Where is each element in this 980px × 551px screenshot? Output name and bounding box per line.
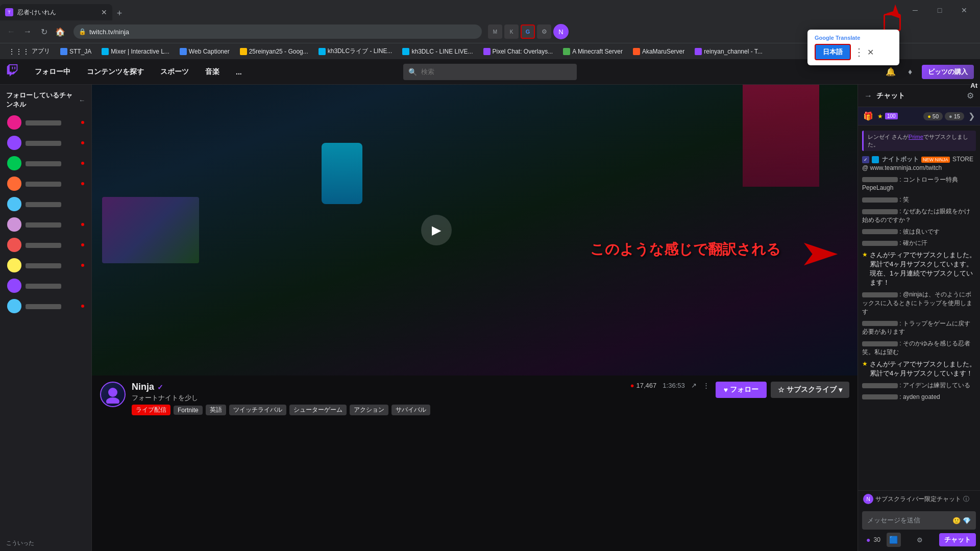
bookmark-kh3-2[interactable]: kh3DLC - LINE LIVE... <box>398 46 477 57</box>
sidebar-item-9[interactable] <box>2 276 89 295</box>
address-bar[interactable]: 🔒 twitch.tv/ninja <box>74 24 482 39</box>
back-button[interactable]: ← <box>4 24 18 39</box>
bookmark-pixel-icon <box>483 48 491 55</box>
chat-input-section: メッセージを送信 🙂 💎 ● 30 <box>858 507 980 551</box>
sidebar-collapse-button[interactable]: ← <box>79 96 85 104</box>
subscribe-button[interactable]: ☆ サブスクライブ ▾ <box>771 382 849 398</box>
bookmark-akamaru[interactable]: AkaMaruServer <box>629 46 689 57</box>
sidebar-item-6[interactable] <box>2 215 89 234</box>
maximize-button[interactable]: □ <box>928 2 951 18</box>
play-icon: ▶ <box>432 223 441 237</box>
ext-translate-icon[interactable]: G <box>521 24 535 39</box>
nav-item-sports[interactable]: スポーツ <box>156 65 193 79</box>
tab-close-button[interactable]: ✕ <box>101 8 107 16</box>
bookmark-stt[interactable]: STT_JA <box>56 46 95 57</box>
sidebar-item-4[interactable] <box>2 174 89 193</box>
chat-collapse-button[interactable]: → <box>864 91 872 101</box>
tag-lang[interactable]: 英語 <box>206 405 226 415</box>
username-9 <box>862 382 898 389</box>
bookmark-mixer-icon <box>102 48 109 55</box>
chat-header: → チャット ⚙ <box>858 85 980 107</box>
live-badge: ライブ配信 <box>132 405 170 415</box>
reload-button[interactable]: ↻ <box>37 24 51 39</box>
bookmark-google[interactable]: 25reinyan25 - Goog... <box>236 46 312 57</box>
home-button[interactable]: 🏠 <box>53 24 67 39</box>
sub-chat-info-icon[interactable]: ⓘ <box>963 495 969 504</box>
chat-msg-bot: ✓ ナイトボット NEW NINJA STORE @ www.teamninja… <box>862 155 976 172</box>
bookmark-apps[interactable]: ⋮⋮⋮ アプリ <box>4 45 54 57</box>
nav-item-music[interactable]: 音楽 <box>201 65 224 79</box>
tag-genre1[interactable]: シューターゲーム <box>289 405 347 415</box>
ext-icon-settings[interactable]: ⚙ <box>537 24 551 39</box>
tag-rivals[interactable]: ツイッチライバル <box>229 405 286 415</box>
bookmark-captioner[interactable]: Web Captioner <box>176 46 234 57</box>
ext-icon-2[interactable]: K <box>504 24 519 39</box>
bits-button[interactable]: ビッツの購入 <box>922 65 974 79</box>
tag-game[interactable]: Fortnite <box>174 406 203 415</box>
gift-point-2: ● 15 <box>945 112 964 120</box>
sidebar-item-2[interactable] <box>2 133 89 153</box>
sidebar-item-10[interactable] <box>2 296 89 316</box>
chat-messages: レンゼイ さんがPrimeでサブスクしました。 ✓ ナイトボット NEW NIN… <box>858 126 980 490</box>
bookmark-apps-label: アプリ <box>32 47 50 56</box>
translate-japanese-button[interactable]: 日本語 <box>815 44 851 60</box>
sidebar-item-8[interactable] <box>2 256 89 275</box>
bookmark-akamaru-label: AkaMaruServer <box>642 48 684 55</box>
channel-avatar-8 <box>7 258 21 272</box>
bookmark-kh3-2-label: kh3DLC - LINE LIVE... <box>411 48 473 55</box>
forward-button[interactable]: → <box>20 24 35 39</box>
emoji-icon[interactable]: 🙂 <box>952 517 961 524</box>
sub-msg-text-1: さんがティアでサブスクしました。累計で4ヶ月サブスクしています。現在、1ヶ月連続… <box>870 251 976 287</box>
close-button[interactable]: ✕ <box>952 2 976 18</box>
share-icon[interactable]: ↗ <box>691 382 697 389</box>
nav-item-following[interactable]: フォロー中 <box>31 65 75 79</box>
chat-settings-button[interactable]: ⚙ <box>967 91 974 101</box>
profile-avatar[interactable]: N <box>553 24 569 39</box>
msg-text-2: : 笑 <box>899 196 909 203</box>
search-input[interactable] <box>421 68 572 76</box>
nav-item-more[interactable]: ... <box>232 66 246 78</box>
chat-settings-icon[interactable]: ⚙ <box>917 536 923 544</box>
sub-chat-label-bar: N サブスクライバー限定チャット ⓘ <box>858 490 980 507</box>
bookmark-minecraft[interactable]: A Minecraft Server <box>559 46 627 57</box>
tag-genre2[interactable]: アクション <box>350 405 388 415</box>
translate-close-button[interactable]: ✕ <box>867 47 874 57</box>
gift-coin-icon-2: ● <box>949 113 952 119</box>
sidebar-item-1[interactable] <box>2 113 89 132</box>
tag-genre3[interactable]: サバイバル <box>391 405 430 415</box>
live-indicator-7 <box>81 243 84 246</box>
live-indicator-10 <box>81 305 84 308</box>
sidebar-item-5[interactable] <box>2 194 89 214</box>
sidebar-item-7[interactable] <box>2 235 89 255</box>
bookmark-reinyan[interactable]: reinyan_channel - T... <box>691 46 767 57</box>
bookmark-minecraft-label: A Minecraft Server <box>572 48 623 55</box>
follow-button[interactable]: ♥ フォロー <box>716 382 767 398</box>
translate-more-options[interactable]: ⋮ <box>854 47 864 57</box>
prime-icon[interactable]: ♦ <box>902 64 918 80</box>
twitch-logo[interactable] <box>6 64 18 80</box>
ext-icon-1[interactable]: M <box>488 24 502 39</box>
bookmark-mixer[interactable]: Mixer | Interactive L... <box>97 46 174 57</box>
bits-chat-icon[interactable]: 💎 <box>963 517 971 524</box>
new-tab-button[interactable]: + <box>112 6 127 20</box>
chat-input-field[interactable]: メッセージを送信 🙂 💎 <box>862 511 976 530</box>
chat-send-button[interactable]: チャット <box>939 533 976 546</box>
live-indicator-3 <box>81 162 84 165</box>
bookmark-pixel[interactable]: Pixel Chat: Overlays... <box>479 46 557 57</box>
chat-input-placeholder: メッセージを送信 <box>867 516 920 525</box>
search-bar[interactable]: 🔍 <box>403 64 577 80</box>
more-icon[interactable]: ⋮ <box>703 382 709 389</box>
badge-bot: ✓ <box>862 156 869 163</box>
play-button[interactable]: ▶ <box>421 215 452 245</box>
active-tab[interactable]: T 忍者-けいれん ✕ <box>0 4 112 20</box>
sidebar-item-3[interactable] <box>2 154 89 173</box>
gift-chevron-right[interactable]: ❯ <box>968 111 975 121</box>
channel-avatar-9 <box>7 279 21 293</box>
bookmark-kh3-1[interactable]: kh3DLCライブ - LINE... <box>314 45 397 57</box>
notifications-icon[interactable]: 🔔 <box>883 64 898 80</box>
sidebar-footer-link[interactable]: こういった <box>0 535 91 551</box>
channel-points-button[interactable]: 🟦 <box>887 533 901 547</box>
tab-bar: T 忍者-けいれん ✕ + ─ □ ✕ <box>0 0 980 20</box>
nav-item-browse[interactable]: コンテンツを探す <box>83 65 148 79</box>
stream-meta: ● 17,467 1:36:53 ↗ ⋮ <box>630 382 709 389</box>
